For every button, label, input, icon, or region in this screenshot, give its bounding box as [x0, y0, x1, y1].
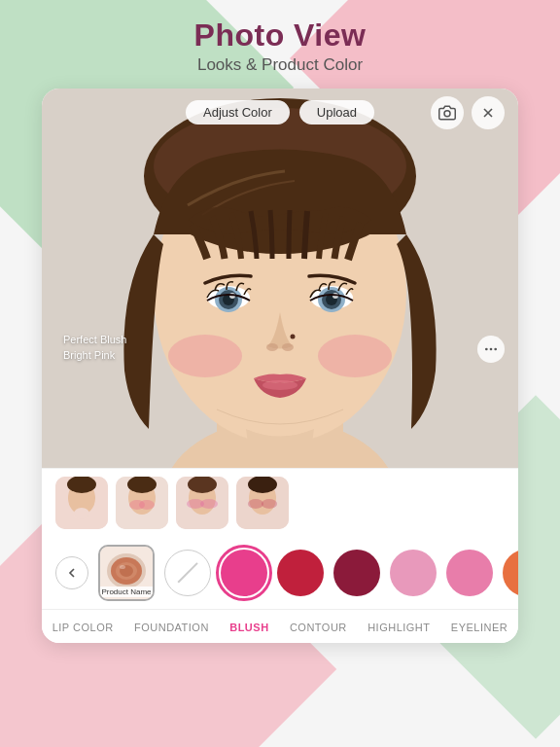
color-option-1[interactable] — [221, 550, 267, 596]
product-label-line1: Perfect Blush — [63, 333, 126, 347]
page-subtitle: Looks & Product Color — [194, 55, 367, 75]
nav-label-lip-color: LIP COLOR — [52, 622, 114, 633]
nav-item-highlight[interactable]: HIGHLIGHT — [360, 620, 438, 635]
svg-point-27 — [494, 348, 497, 351]
svg-point-0 — [444, 110, 450, 116]
more-options-button[interactable] — [477, 336, 505, 363]
face-illustration — [42, 89, 518, 468]
thumbnail-strip — [42, 468, 518, 537]
close-button[interactable] — [472, 96, 505, 129]
nav-item-blush[interactable]: BLUSH — [222, 620, 276, 635]
nav-label-foundation: FOUNDATION — [134, 622, 209, 633]
color-option-6[interactable] — [503, 550, 518, 596]
header: Photo View Looks & Product Color — [194, 0, 367, 81]
nav-label-eyeliner: EYELINER — [451, 622, 508, 633]
more-icon — [483, 341, 499, 357]
product-thumbnail[interactable]: Product Name — [98, 545, 155, 601]
svg-point-26 — [490, 348, 493, 351]
page-title: Photo View — [194, 18, 367, 53]
color-row: Product Name — [42, 537, 518, 609]
nav-label-highlight: HIGHLIGHT — [368, 622, 430, 633]
nav-item-contour[interactable]: CONTOUR — [282, 620, 355, 635]
camera-button[interactable] — [431, 96, 464, 129]
color-option-4[interactable] — [390, 550, 437, 596]
main-content: Photo View Looks & Product Color Adjust … — [0, 0, 560, 747]
thumbnail-4[interactable] — [236, 477, 289, 529]
svg-point-23 — [262, 380, 298, 390]
svg-point-25 — [485, 348, 488, 351]
color-option-5[interactable] — [446, 550, 493, 596]
color-option-2[interactable] — [277, 550, 324, 596]
svg-point-45 — [248, 499, 263, 509]
upload-button[interactable]: Upload — [299, 100, 374, 124]
thumbnail-3[interactable] — [176, 477, 228, 529]
face-photo-area: Perfect Blush Bright Pink — [42, 89, 518, 468]
nav-item-lip-color[interactable]: LIP COLOR — [45, 620, 122, 635]
thumbnail-1[interactable] — [55, 477, 108, 529]
thumbnail-2[interactable] — [116, 477, 168, 529]
camera-icon — [438, 104, 456, 122]
svg-point-20 — [282, 343, 294, 351]
svg-point-24 — [291, 335, 296, 339]
no-color-option[interactable] — [164, 550, 211, 596]
back-button[interactable] — [55, 556, 88, 589]
adjust-color-button[interactable]: Adjust Color — [186, 100, 290, 124]
svg-point-31 — [74, 508, 89, 519]
back-arrow-icon — [64, 565, 80, 581]
svg-point-46 — [262, 499, 277, 509]
nav-item-foundation[interactable]: FOUNDATION — [126, 620, 217, 635]
photo-card: Adjust Color Upload — [42, 89, 518, 643]
close-icon — [480, 105, 496, 121]
bottom-nav: LIP COLOR FOUNDATION BLUSH CONTOUR HIGHL… — [42, 609, 518, 643]
svg-point-36 — [139, 500, 155, 510]
svg-point-19 — [266, 343, 278, 351]
card-topbar: Adjust Color Upload — [42, 100, 518, 124]
color-option-3[interactable] — [333, 550, 380, 596]
nav-label-blush: BLUSH — [229, 622, 268, 633]
product-label-line2: Bright Pink — [63, 348, 126, 363]
svg-point-52 — [120, 565, 125, 569]
svg-point-22 — [318, 335, 392, 377]
product-thumb-label: Product Name — [100, 587, 153, 597]
nav-item-eyeliner[interactable]: EYELINER — [443, 620, 515, 635]
svg-point-21 — [168, 335, 242, 377]
product-label: Perfect Blush Bright Pink — [63, 333, 126, 363]
nav-label-contour: CONTOUR — [290, 622, 347, 633]
svg-point-41 — [200, 499, 218, 509]
